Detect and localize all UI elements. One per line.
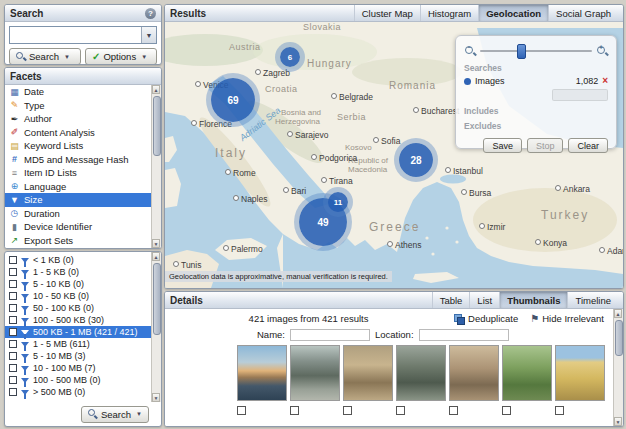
deduplicate-button[interactable]: Deduplicate (448, 311, 524, 326)
hide-irrelevant-button[interactable]: ⚑ Hide Irrelevant (524, 311, 610, 326)
geolocation-map[interactable]: Slovakia Austria Hungary Croatia Romania… (165, 22, 623, 288)
thumbnail-checkbox[interactable] (555, 406, 564, 415)
tab-table[interactable]: Table (432, 292, 470, 308)
details-panel-header: Details Table List Thumbnails Timeline (165, 292, 623, 309)
stop-button[interactable]: Stop (527, 138, 564, 153)
checkbox[interactable] (9, 256, 17, 264)
zoom-in-icon[interactable]: + (596, 45, 608, 57)
zoom-slider[interactable]: − + (464, 43, 608, 58)
disabled-search-item (552, 89, 608, 101)
tab-thumbnails[interactable]: Thumbnails (499, 292, 567, 308)
details-scrollbar[interactable]: ▲ ▼ (613, 309, 623, 426)
thumbnail-image[interactable] (502, 345, 552, 401)
size-filter-row[interactable]: 5 - 10 KB (0) (5, 278, 152, 290)
zoom-slider-track[interactable] (480, 50, 592, 52)
name-input[interactable] (290, 329, 370, 341)
size-filter-row[interactable]: 1 - 5 KB (0) (5, 266, 152, 278)
map-cluster[interactable]: 28 (399, 143, 433, 177)
export-icon: ↗ (9, 235, 20, 245)
facet-item-language[interactable]: ⊕Language (5, 180, 152, 194)
scrollbar-thumb[interactable] (153, 263, 161, 335)
thumbnail-image[interactable] (290, 345, 340, 401)
help-icon[interactable]: ? (145, 8, 156, 19)
size-filter-row[interactable]: 10 - 50 KB (0) (5, 290, 152, 302)
remove-search-icon[interactable]: × (602, 76, 608, 86)
checkbox[interactable] (9, 364, 17, 372)
size-filter-row[interactable]: 50 - 100 KB (0) (5, 302, 152, 314)
scrollbar-thumb[interactable] (615, 320, 623, 356)
facets-scrollbar[interactable]: ▲ ▼ (151, 85, 161, 248)
search-input[interactable] (10, 27, 141, 43)
facet-item-type[interactable]: ✎Type (5, 99, 152, 113)
size-filter-row[interactable]: > 500 MB (0) (5, 386, 152, 398)
facet-item-keyword-lists[interactable]: ▤Keyword Lists (5, 139, 152, 153)
thumbnail-checkbox[interactable] (237, 406, 246, 415)
size-filter-row[interactable]: 10 - 100 MB (7) (5, 362, 152, 374)
facet-item-device-identifier[interactable]: ▮Device Identifier (5, 220, 152, 234)
flag-icon: ⚑ (530, 313, 539, 324)
facet-item-size[interactable]: ▼Size (5, 193, 152, 207)
checkbox[interactable] (9, 316, 17, 324)
checkbox[interactable] (9, 340, 17, 348)
thumbnail-checkbox[interactable] (290, 406, 299, 415)
zoom-slider-handle[interactable] (517, 44, 526, 59)
zoom-out-icon[interactable]: − (464, 45, 476, 57)
location-input[interactable] (419, 329, 509, 341)
checkbox[interactable] (9, 376, 17, 384)
checkbox[interactable] (9, 280, 17, 288)
thumbnail-checkbox[interactable] (449, 406, 458, 415)
size-filter-row[interactable]: 100 - 500 KB (30) (5, 314, 152, 326)
checkbox[interactable] (9, 352, 17, 360)
checkbox[interactable] (9, 304, 17, 312)
tab-cluster-map[interactable]: Cluster Map (354, 5, 420, 21)
facet-item-item-id-lists[interactable]: ≡Item ID Lists (5, 166, 152, 180)
size-filter-row[interactable]: 1 - 5 MB (611) (5, 338, 152, 350)
options-button[interactable]: ✓ Options ▼ (85, 48, 157, 65)
thumbnail-checkbox[interactable] (343, 406, 352, 415)
search-combobox[interactable]: ▼ (9, 26, 157, 44)
facet-item-content-analysis[interactable]: ✐Content Analysis (5, 126, 152, 140)
size-filter-row[interactable]: 100 - 500 MB (0) (5, 374, 152, 386)
thumbnail-image[interactable] (555, 345, 605, 401)
size-filter-row-selected[interactable]: 500 KB - 1 MB (421 / 421) (5, 326, 152, 338)
tab-social-graph[interactable]: Social Graph (548, 5, 618, 21)
checkbox[interactable] (9, 328, 17, 336)
scroll-up-arrow[interactable]: ▲ (152, 85, 160, 94)
thumbnail-image[interactable] (343, 345, 393, 401)
size-search-button[interactable]: Search ▼ (81, 406, 149, 423)
search-button[interactable]: Search ▼ (9, 48, 81, 65)
map-cluster[interactable]: 69 (211, 78, 255, 122)
tab-list[interactable]: List (469, 292, 499, 308)
tab-histogram[interactable]: Histogram (420, 5, 478, 21)
map-cluster[interactable]: 6 (280, 47, 300, 67)
thumbnail-checkbox[interactable] (396, 406, 405, 415)
scroll-down-arrow[interactable]: ▼ (152, 393, 160, 402)
thumbnail-cell (343, 345, 393, 415)
clear-button[interactable]: Clear (568, 138, 608, 153)
map-cluster[interactable]: 11 (328, 192, 348, 212)
combobox-dropdown-icon[interactable]: ▼ (141, 27, 156, 43)
size-values-scrollbar[interactable]: ▲ ▼ (151, 252, 161, 402)
tab-geolocation[interactable]: Geolocation (478, 5, 548, 21)
thumbnail-image[interactable] (396, 345, 446, 401)
scrollbar-thumb[interactable] (153, 96, 161, 156)
tab-timeline[interactable]: Timeline (567, 292, 618, 308)
scroll-down-arrow[interactable]: ▼ (614, 417, 622, 426)
facet-item-date[interactable]: ▦Date (5, 85, 152, 99)
scroll-down-arrow[interactable]: ▼ (152, 239, 160, 248)
thumbnail-checkbox[interactable] (502, 406, 511, 415)
checkbox[interactable] (9, 268, 17, 276)
thumbnail-image[interactable] (237, 345, 287, 401)
facet-item-md5-hash[interactable]: #MD5 and Message Hash (5, 153, 152, 167)
facet-item-author[interactable]: ✒Author (5, 112, 152, 126)
facet-item-duration[interactable]: ◷Duration (5, 207, 152, 221)
size-filter-row[interactable]: 5 - 10 MB (3) (5, 350, 152, 362)
scroll-up-arrow[interactable]: ▲ (152, 252, 160, 261)
checkbox[interactable] (9, 292, 17, 300)
checkbox[interactable] (9, 388, 17, 396)
save-button[interactable]: Save (483, 138, 522, 153)
facet-item-export-sets[interactable]: ↗Export Sets (5, 234, 152, 248)
thumbnail-image[interactable] (449, 345, 499, 401)
scroll-up-arrow[interactable]: ▲ (614, 309, 622, 318)
size-filter-row[interactable]: < 1 KB (0) (5, 254, 152, 266)
